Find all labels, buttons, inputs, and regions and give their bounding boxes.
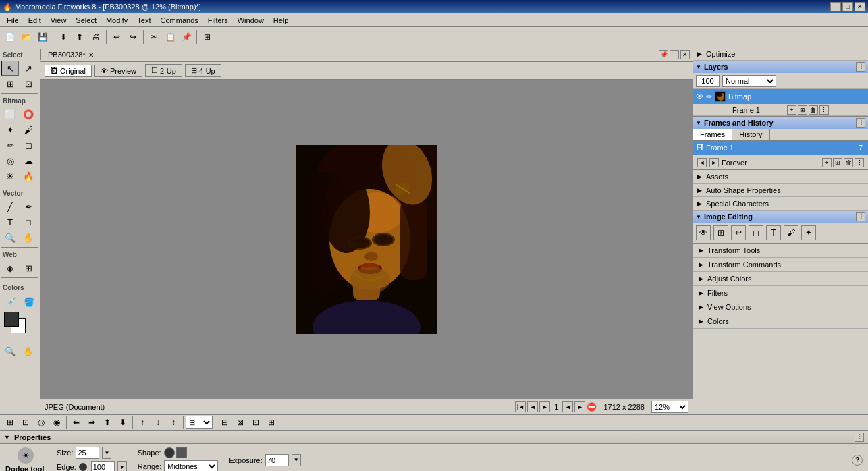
ie-text-tool[interactable]: T [766,225,781,240]
view-options-panel[interactable]: ▶ View Options [693,300,868,314]
frame-opt-button[interactable]: ⋮ [855,158,864,167]
scale-tool[interactable]: ⊞ [1,76,19,91]
edge-arrow[interactable]: ▼ [117,461,127,471]
add-frame2-button[interactable]: + [822,158,832,167]
redo-button[interactable]: ↪ [126,30,140,45]
size-arrow[interactable]: ▼ [102,447,111,459]
dup-frame2-button[interactable]: ⊞ [833,158,842,167]
doc-min-button[interactable]: ─ [670,50,679,59]
blur-tool[interactable]: ◎ [1,153,19,168]
undo-button[interactable]: ↩ [109,30,124,45]
edge-input[interactable] [91,461,115,471]
history-tab[interactable]: History [732,129,769,140]
add-frame-button[interactable]: + [787,105,796,115]
bt-dist-2[interactable]: ⊠ [233,415,248,430]
menu-filters[interactable]: Filters [204,15,232,26]
size-input[interactable] [76,447,99,459]
colors-right-panel[interactable]: ▶ Colors [693,314,868,329]
pointer-tool[interactable]: ↖ [1,61,19,76]
menu-window[interactable]: Window [234,15,268,26]
slice-tool[interactable]: ⊞ [20,260,37,275]
maximize-button[interactable]: □ [842,2,853,11]
line-tool[interactable]: ╱ [1,199,19,214]
bt-btn-9[interactable]: ↑ [135,415,150,430]
eraser-tool[interactable]: ◻ [20,138,37,153]
menu-edit[interactable]: Edit [24,15,45,26]
next-frame-button[interactable]: ► [539,401,550,412]
transform-commands-panel[interactable]: ▶ Transform Commands [693,258,868,272]
layers-opt-button[interactable]: ⋮ [819,105,829,115]
properties-options-button[interactable]: ⋮ [855,433,864,442]
title-bar-controls[interactable]: ─ □ ✕ [830,2,865,11]
exposure-arrow[interactable]: ▼ [292,454,301,466]
image-editing-options[interactable]: ⋮ [856,212,865,221]
bt-btn-1[interactable]: ⊞ [3,415,18,430]
image-editing-header[interactable]: ▼ Image Editing ⋮ [693,211,868,223]
ie-eraser-tool[interactable]: ◻ [749,225,763,240]
close-button[interactable]: ✕ [855,2,865,11]
document-tab[interactable]: PB300328* ✕ [40,49,101,60]
smudge-tool[interactable]: ☁ [20,153,37,168]
blend-mode-select[interactable]: Normal Multiply Screen [722,75,776,87]
optimize-panel[interactable]: ▶ Optimize [693,47,868,61]
menu-modify[interactable]: Modify [102,15,132,26]
menu-select[interactable]: Select [72,15,101,26]
preview-tab[interactable]: 👁 Preview [94,65,142,77]
zoom-select-wrapper[interactable]: 12% 25% 50% 100% [651,401,688,413]
bt-btn-11[interactable]: ↕ [166,415,181,430]
open-button[interactable]: 📂 [19,30,34,45]
auto-shape-panel[interactable]: ▶ Auto Shape Properties [693,184,868,197]
save-button[interactable]: 💾 [35,30,50,45]
transform-tools-panel[interactable]: ▶ Transform Tools [693,244,868,258]
hand-tool[interactable]: ✋ [20,230,37,245]
original-tab[interactable]: 🖼 Original [45,65,92,77]
import-button[interactable]: ⬇ [56,30,71,45]
paint-bucket-tool[interactable]: 🪣 [21,294,38,309]
ie-stamp-tool[interactable]: ✦ [801,225,816,240]
print-button[interactable]: 🖨 [88,30,103,45]
ie-brush-tool[interactable]: 🖌 [784,225,798,240]
special-chars-panel[interactable]: ▶ Special Characters [693,197,868,211]
next-frame2-button[interactable]: ► [574,401,585,412]
canvas-container[interactable] [40,80,693,399]
range-select[interactable]: Midtones Shadows Highlights [164,460,218,471]
menu-text[interactable]: Text [133,15,155,26]
text-tool[interactable]: T [1,215,19,229]
frame-next-button[interactable]: ► [709,158,719,167]
bt-btn-2[interactable]: ⊡ [18,415,33,430]
square-shape-button[interactable] [176,447,187,458]
filters-panel[interactable]: ▶ Filters [693,286,868,300]
lasso-tool[interactable]: ⭕ [20,107,37,121]
bt-btn-8[interactable]: ⬇ [115,415,130,430]
ie-undo-tool[interactable]: ↩ [731,225,746,240]
bt-dist-4[interactable]: ⊞ [264,415,279,430]
dup-frame-button[interactable]: ⊞ [798,105,807,115]
layers-header[interactable]: ▼ Layers ⋮ [693,61,868,73]
pen-tool[interactable]: ✒ [20,199,37,214]
paste-button[interactable]: 📌 [179,30,194,45]
marquee-tool[interactable]: ⬜ [1,107,19,121]
two-up-tab[interactable]: ☐ 2-Up [145,64,182,77]
pencil-tool[interactable]: ✏ [1,138,19,153]
new-button[interactable]: 📄 [3,30,18,45]
first-frame-button[interactable]: |◄ [515,401,526,412]
bt-btn-5[interactable]: ⬅ [69,415,84,430]
layer-edit-icon[interactable]: ✏ [706,92,712,101]
bt-dist-3[interactable]: ⊡ [248,415,263,430]
zoom-in-tool[interactable]: 🔍 [1,343,19,358]
magic-wand-tool[interactable]: ✦ [1,122,19,137]
minimize-button[interactable]: ─ [830,2,841,11]
layer-visibility-icon[interactable]: 👁 [696,92,703,101]
zoom-tool[interactable]: 🔍 [1,230,19,245]
frames-tab[interactable]: Frames [693,129,732,140]
frames-header[interactable]: ▼ Frames and History ⋮ [693,117,868,129]
adjust-colors-panel[interactable]: ▶ Adjust Colors [693,272,868,286]
ie-transform-tool[interactable]: ⊞ [713,225,728,240]
burn-tool[interactable]: 🔥 [20,169,37,184]
layers-options-button[interactable]: ⋮ [856,62,865,72]
foreground-color-box[interactable] [4,312,19,327]
bt-btn-7[interactable]: ⬆ [100,415,115,430]
doc-pin-button[interactable]: 📌 [659,50,668,59]
bt-btn-10[interactable]: ↓ [151,415,165,430]
ie-eye-tool[interactable]: 👁 [696,225,711,240]
